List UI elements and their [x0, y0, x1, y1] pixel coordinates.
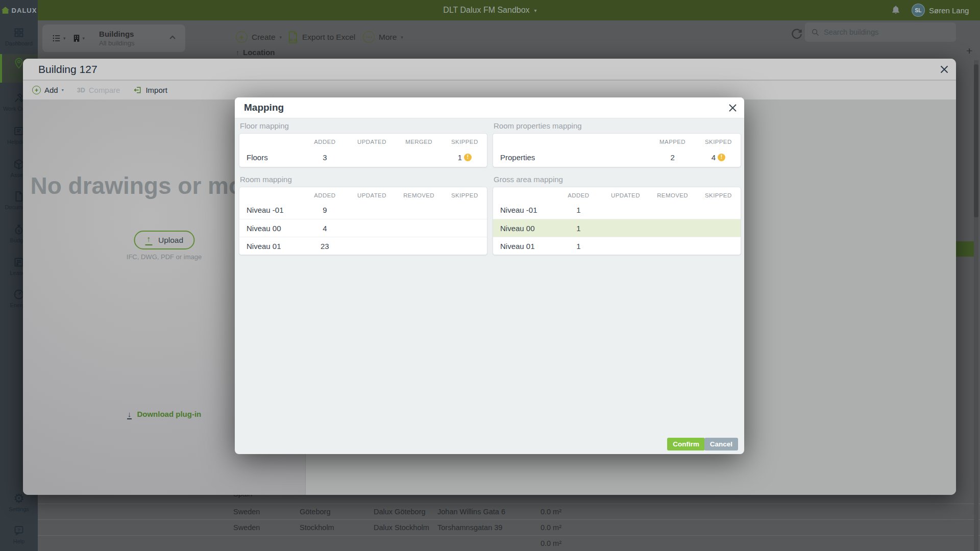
table-row: Floors 3 1 !: [239, 147, 487, 167]
dashboard-grid-icon: [13, 27, 25, 39]
close-icon[interactable]: [728, 104, 737, 112]
chevron-down-icon: ▾: [62, 88, 64, 92]
app-root: DLT Dalux FM Sandbox ▾ DALUX SL Søren La…: [0, 0, 980, 551]
add-column-icon[interactable]: +: [966, 45, 972, 57]
download-arrow-icon: ↓: [127, 410, 132, 419]
svg-text:$: $: [18, 229, 20, 233]
table-row: Niveau 01 1: [493, 237, 741, 255]
section-title-room-properties-mapping: Room properties mapping: [494, 121, 582, 130]
current-view: Buildings All buildings: [99, 30, 134, 47]
sidebar-item-settings[interactable]: ⚙ Settings: [0, 492, 38, 512]
chevron-down-icon: ▾: [280, 35, 282, 40]
upload-label: Upload: [158, 236, 183, 245]
table-row[interactable]: 0.0 m²: [38, 535, 980, 551]
view-switcher[interactable]: ▾ ▾ Buildings All buildings: [42, 24, 185, 52]
room-mapping-table: ADDED UPDATED REMOVED SKIPPED Niveau -01…: [239, 187, 487, 255]
search-placeholder: Search buildings: [824, 28, 878, 36]
scrollbar-thumb[interactable]: [974, 64, 978, 217]
list-icon: [52, 33, 62, 43]
sidebar-item-dashboard[interactable]: Dashboard: [0, 27, 38, 46]
column-header: SKIPPED: [696, 192, 741, 198]
table-row: Properties 2 4 !: [493, 147, 741, 167]
more-label: More: [379, 33, 397, 42]
column-header: ADDED: [301, 139, 348, 145]
avatar[interactable]: SL: [912, 4, 925, 17]
mapping-dialog-header: Mapping: [235, 97, 744, 118]
section-title-room-mapping: Room mapping: [240, 175, 292, 184]
column-header: UPDATED: [348, 192, 395, 198]
upload-arrow-icon: ↑: [145, 235, 152, 245]
column-header: SKIPPED: [696, 139, 741, 145]
view-subtitle: All buildings: [99, 39, 134, 47]
compare-button[interactable]: 3D Compare: [77, 86, 120, 94]
building-window-title: Building 127: [38, 63, 97, 76]
svg-text:XLS: XLS: [289, 38, 297, 42]
chevron-down-icon: ▾: [83, 36, 85, 41]
warning-icon: !: [718, 154, 725, 161]
create-label: Create: [252, 33, 276, 42]
import-button[interactable]: Import: [133, 86, 167, 94]
column-header: UPDATED: [602, 192, 649, 198]
help-bubble-icon: ?: [13, 524, 25, 537]
section-title-floor-mapping: Floor mapping: [240, 121, 289, 130]
app-logo[interactable]: DALUX: [0, 0, 38, 20]
compare-label: Compare: [89, 86, 120, 94]
close-icon[interactable]: [940, 65, 949, 74]
column-header: SKIPPED: [443, 139, 487, 145]
room-properties-mapping-table: MAPPED SKIPPED Properties 2 4 !: [493, 133, 741, 167]
column-header-label: Location: [243, 48, 275, 57]
column-header: MAPPED: [649, 139, 696, 145]
table-row: Niveau -01 1: [493, 201, 741, 219]
list-view-selector[interactable]: ▾: [52, 33, 66, 43]
building-window-header: Building 127: [23, 59, 956, 80]
cancel-button[interactable]: Cancel: [704, 438, 738, 450]
mapping-dialog: Mapping Floor mapping Room properties ma…: [235, 97, 744, 454]
column-header-location[interactable]: ↑ Location: [236, 48, 275, 57]
building-icon: [72, 33, 81, 43]
main-toolbar: ▾ ▾ Buildings All buildings + Crea: [38, 20, 980, 54]
building-view-selector[interactable]: ▾: [72, 33, 85, 43]
confirm-button[interactable]: Confirm: [667, 438, 705, 450]
workspace-title: DLT Dalux FM Sandbox: [443, 6, 529, 15]
user-name[interactable]: Søren Lang: [929, 6, 969, 15]
chevron-down-icon: ▾: [63, 36, 66, 41]
column-header: MERGED: [396, 139, 443, 145]
more-button[interactable]: ⋯ More ▾: [363, 20, 403, 54]
table-row[interactable]: Sweden Stockholm Dalux Stockholm Torsham…: [38, 519, 980, 535]
table-row: Niveau 00 4: [239, 219, 487, 237]
sidebar-item-help[interactable]: ? Help: [0, 524, 38, 544]
column-header: ADDED: [301, 192, 348, 198]
table-row: Niveau -01 9: [239, 201, 487, 219]
3d-icon: 3D: [77, 87, 85, 94]
refresh-icon[interactable]: [790, 28, 803, 41]
sort-ascending-icon: ↑: [236, 48, 239, 57]
import-label: Import: [145, 86, 167, 94]
column-header: SKIPPED: [443, 192, 487, 198]
chevron-up-icon[interactable]: [169, 35, 176, 40]
workspace-switcher[interactable]: DLT Dalux FM Sandbox ▾: [0, 0, 980, 20]
add-button[interactable]: + Add ▾: [32, 86, 64, 94]
active-indicator: [0, 54, 2, 83]
column-header: REMOVED: [649, 192, 696, 198]
table-header-row: MAPPED SKIPPED: [493, 134, 741, 147]
ellipsis-circle-icon: ⋯: [363, 31, 375, 43]
top-bar: DLT Dalux FM Sandbox ▾: [0, 0, 980, 20]
vertical-scrollbar[interactable]: [974, 60, 978, 551]
section-title-gross-area-mapping: Gross area mapping: [494, 175, 563, 184]
upload-button[interactable]: ↑ Upload: [134, 231, 194, 249]
add-label: Add: [44, 86, 58, 94]
column-header: REMOVED: [396, 192, 443, 198]
table-header-row: ADDED UPDATED REMOVED SKIPPED: [493, 187, 741, 201]
search-icon: [811, 28, 820, 37]
chevron-down-icon: ▾: [401, 35, 403, 40]
avatar-initials: SL: [915, 8, 922, 13]
column-header: UPDATED: [348, 139, 395, 145]
search-input[interactable]: Search buildings: [805, 22, 956, 42]
export-excel-button[interactable]: XLS Export to Excel: [287, 20, 355, 54]
table-row[interactable]: Sweden Göteborg Dalux Göteborg Johan Wil…: [38, 504, 980, 519]
table-header-row: ADDED UPDATED MERGED SKIPPED: [239, 134, 487, 147]
table-header-row: ADDED UPDATED REMOVED SKIPPED: [239, 187, 487, 201]
mapping-dialog-title: Mapping: [244, 102, 284, 113]
notifications-bell-icon[interactable]: [890, 5, 901, 16]
column-header: ADDED: [555, 192, 602, 198]
